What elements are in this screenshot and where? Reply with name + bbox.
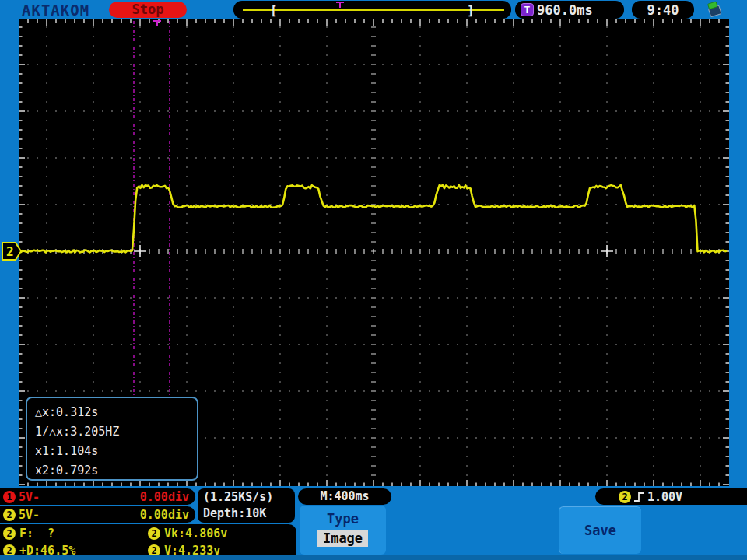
usb-drive-icon [703,0,726,19]
cursor-x1: x1:1.104s [35,442,197,461]
measurement-vk: 2 Vk:4.806v [148,527,300,541]
bottom-bezel-strip [0,555,747,560]
trigger-level-value: 1.00V [647,490,682,504]
clock-readout: 9:40 [632,1,694,19]
trigger-position-bar: [ ] [233,1,511,19]
ch2-status-row: 2 5V- 0.00div [0,506,195,523]
brand-logo: AKTAKOM [22,2,89,19]
trigger-position-marker-icon [336,2,344,8]
svg-text:2: 2 [6,244,14,259]
menu-type-selector[interactable]: Type Image [300,506,386,555]
ch2-scale: 5V- [19,508,40,522]
ch1-position: 0.00div [140,490,189,504]
window-left-bracket-icon: [ [270,3,278,18]
acquisition-stop-button[interactable]: Stop [109,2,187,18]
measurement-frequency: 2 F: ? [3,527,148,541]
save-button[interactable]: Save [559,506,641,554]
cursor-x2: x2:0.792s [35,461,197,481]
trigger-t-icon: T [521,3,534,16]
trigger-source-badge: 2 [619,491,631,503]
trigger-status-readout: 2 1.00V [595,488,747,505]
cursor-inverse-delta-x: 1/△x:3.205HZ [35,422,197,442]
ch2-position: 0.00div [140,508,189,522]
timebase-readout: M:400ms [298,488,391,505]
sample-rate: (1.25KS/s) [203,489,295,506]
cursor-measurement-box: △x:0.312s 1/△x:3.205HZ x1:1.104s x2:0.79… [26,397,198,481]
sampling-info-box: (1.25KS/s) Depth:10K [198,488,295,523]
waveform-display: △x:0.312s 1/△x:3.205HZ x1:1.104s x2:0.79… [19,19,729,486]
trigger-time-readout: T 960.0ms [515,1,624,19]
menu-type-label: Type [300,511,386,527]
window-right-bracket-icon: ] [467,3,475,18]
rising-edge-icon [633,491,645,502]
trigger-point-marker-icon [153,21,161,26]
ch1-badge: 1 [3,491,16,503]
cursor-delta-x: △x:0.312s [35,403,197,422]
trigger-time-value: 960.0ms [537,2,593,18]
menu-type-selected-option[interactable]: Image [317,530,368,547]
oscilloscope-screen: AKTAKOM Stop [ ] T 960.0ms 9:40 [0,0,747,560]
memory-depth: Depth:10K [203,506,295,522]
ch1-scale: 5V- [19,490,40,504]
ch2-ground-marker[interactable]: 2 [2,241,23,262]
ch2-badge: 2 [3,509,16,521]
ch1-status-row: 1 5V- 0.00div [0,488,195,505]
